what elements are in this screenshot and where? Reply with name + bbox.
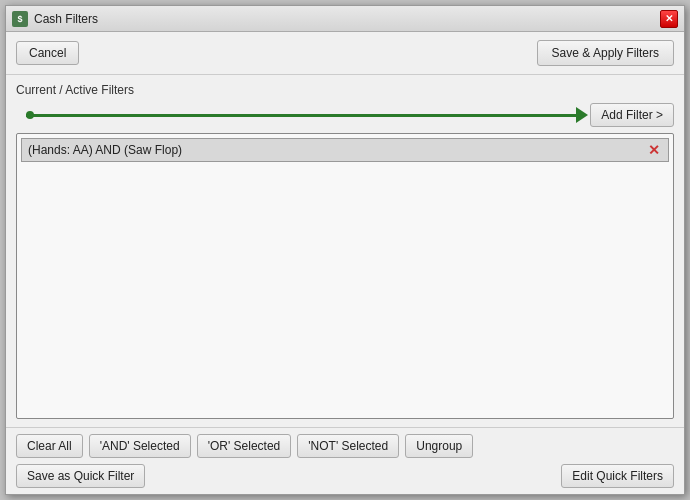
bottom-bar: Clear All 'AND' Selected 'OR' Selected '… [6, 427, 684, 494]
filter-item[interactable]: (Hands: AA) AND (Saw Flop) ✕ [21, 138, 669, 162]
close-button[interactable]: ✕ [660, 10, 678, 28]
save-quick-filter-button[interactable]: Save as Quick Filter [16, 464, 145, 488]
window-title: Cash Filters [34, 12, 98, 26]
save-apply-button[interactable]: Save & Apply Filters [537, 40, 674, 66]
toolbar: Cancel Save & Apply Filters [6, 32, 684, 75]
content-area: Current / Active Filters Add Filter > (H… [6, 75, 684, 427]
and-selected-button[interactable]: 'AND' Selected [89, 434, 191, 458]
or-selected-button[interactable]: 'OR' Selected [197, 434, 292, 458]
window-icon: $ [12, 11, 28, 27]
title-bar-left: $ Cash Filters [12, 11, 98, 27]
arrow-line [26, 114, 580, 117]
bottom-row-2: Save as Quick Filter Edit Quick Filters [16, 464, 674, 488]
edit-quick-filters-button[interactable]: Edit Quick Filters [561, 464, 674, 488]
filter-text: (Hands: AA) AND (Saw Flop) [28, 143, 182, 157]
title-bar: $ Cash Filters ✕ [6, 6, 684, 32]
ungroup-button[interactable]: Ungroup [405, 434, 473, 458]
arrow-container [16, 114, 590, 117]
remove-filter-button[interactable]: ✕ [646, 143, 662, 157]
add-filter-row: Add Filter > [16, 103, 674, 127]
main-window: $ Cash Filters ✕ Cancel Save & Apply Fil… [5, 5, 685, 495]
bottom-row-1: Clear All 'AND' Selected 'OR' Selected '… [16, 434, 674, 458]
not-selected-button[interactable]: 'NOT' Selected [297, 434, 399, 458]
cancel-button[interactable]: Cancel [16, 41, 79, 65]
section-label: Current / Active Filters [16, 83, 674, 97]
filters-list: (Hands: AA) AND (Saw Flop) ✕ [16, 133, 674, 419]
clear-all-button[interactable]: Clear All [16, 434, 83, 458]
add-filter-button[interactable]: Add Filter > [590, 103, 674, 127]
